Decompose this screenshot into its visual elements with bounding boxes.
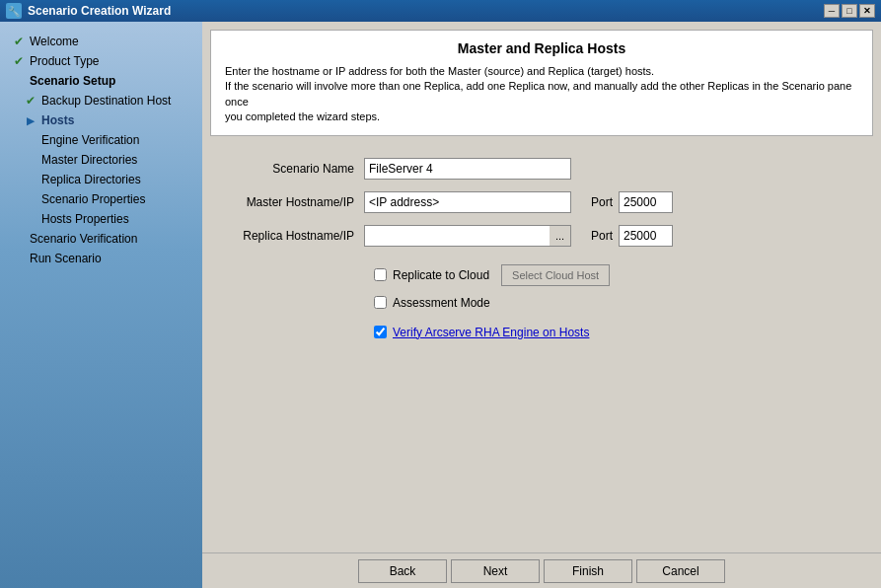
icon-hosts-properties [24, 212, 37, 226]
header-desc-line3: you completed the wizard steps. [225, 110, 380, 122]
app-icon: 🔧 [6, 3, 22, 19]
icon-engine-verification [24, 133, 37, 147]
assessment-mode-label: Assessment Mode [393, 296, 490, 310]
main-window: ✔ Welcome ✔ Product Type Scenario Setup … [0, 22, 881, 588]
restore-button[interactable]: □ [842, 4, 857, 18]
check-icon-product-type: ✔ [12, 54, 26, 68]
sidebar-label-master-directories: Master Directories [41, 153, 137, 167]
sidebar-item-hosts-properties[interactable]: Hosts Properties [0, 209, 202, 229]
header-panel: Master and Replica Hosts Enter the hostn… [210, 30, 873, 136]
replica-input-group: ... [364, 225, 571, 247]
replica-port-label: Port [591, 229, 613, 243]
browse-button[interactable]: ... [550, 225, 571, 247]
sidebar-label-backup-destination: Backup Destination Host [41, 94, 171, 108]
sidebar-label-welcome: Welcome [30, 35, 79, 48]
arrow-icon-hosts: ▶ [24, 113, 37, 127]
replicate-cloud-row: Replicate to Cloud Select Cloud Host [374, 264, 857, 286]
check-icon-backup-destination: ✔ [24, 94, 37, 108]
master-hostname-input[interactable] [364, 191, 571, 213]
bottom-bar: Back Next Finish Cancel [202, 552, 881, 588]
replicate-cloud-label: Replicate to Cloud [393, 268, 489, 282]
replica-port-input[interactable] [619, 225, 673, 247]
sidebar-item-scenario-verification[interactable]: Scenario Verification [0, 229, 202, 249]
finish-button[interactable]: Finish [544, 559, 632, 583]
icon-scenario-properties [24, 192, 37, 206]
cancel-button[interactable]: Cancel [636, 559, 725, 583]
sidebar-label-engine-verification: Engine Verification [41, 133, 139, 147]
scenario-name-label: Scenario Name [226, 162, 364, 176]
sidebar-item-hosts[interactable]: ▶ Hosts [0, 110, 202, 130]
sidebar-label-product-type: Product Type [30, 54, 100, 68]
sidebar-label-replica-directories: Replica Directories [41, 173, 141, 186]
verify-row: Verify Arcserve RHA Engine on Hosts [374, 326, 857, 339]
replicate-cloud-checkbox[interactable] [374, 268, 387, 281]
sidebar-label-scenario-verification: Scenario Verification [30, 232, 137, 246]
sidebar-item-backup-destination[interactable]: ✔ Backup Destination Host [0, 91, 202, 110]
window-title: Scenario Creation Wizard [28, 4, 824, 18]
minimize-button[interactable]: ─ [824, 4, 840, 18]
select-cloud-host-button[interactable]: Select Cloud Host [501, 264, 610, 286]
sidebar: ✔ Welcome ✔ Product Type Scenario Setup … [0, 22, 202, 588]
sidebar-label-hosts: Hosts [41, 113, 74, 127]
assessment-mode-row: Assessment Mode [374, 296, 857, 310]
master-port-label: Port [591, 195, 613, 209]
verify-engine-checkbox[interactable] [374, 326, 387, 338]
form-panel: Scenario Name Master Hostname/IP Port Re… [210, 142, 873, 547]
page-title: Master and Replica Hosts [225, 40, 858, 56]
sidebar-item-master-directories[interactable]: Master Directories [0, 150, 202, 170]
header-desc-line2: If the scenario will involve more than o… [225, 80, 851, 107]
header-description: Enter the hostname or IP address for bot… [225, 64, 858, 125]
sidebar-label-run-scenario: Run Scenario [30, 252, 102, 265]
icon-scenario-verification [12, 232, 26, 246]
master-hostname-row: Master Hostname/IP Port [226, 191, 857, 213]
window-controls: ─ □ ✕ [824, 4, 875, 18]
sidebar-label-hosts-properties: Hosts Properties [41, 212, 129, 226]
next-button[interactable]: Next [451, 559, 540, 583]
sidebar-item-scenario-setup[interactable]: Scenario Setup [0, 71, 202, 91]
sidebar-item-run-scenario[interactable]: Run Scenario [0, 249, 202, 268]
icon-scenario-setup [12, 74, 26, 88]
title-bar: 🔧 Scenario Creation Wizard ─ □ ✕ [0, 0, 881, 22]
replica-hostname-row: Replica Hostname/IP ... Port [226, 225, 857, 247]
close-button[interactable]: ✕ [859, 4, 875, 18]
assessment-mode-checkbox[interactable] [374, 296, 387, 309]
master-port-input[interactable] [619, 191, 673, 213]
sidebar-item-welcome[interactable]: ✔ Welcome [0, 32, 202, 51]
sidebar-item-scenario-properties[interactable]: Scenario Properties [0, 189, 202, 209]
replica-hostname-label: Replica Hostname/IP [226, 229, 364, 243]
sidebar-item-replica-directories[interactable]: Replica Directories [0, 170, 202, 189]
scenario-name-input[interactable] [364, 158, 571, 180]
header-desc-line1: Enter the hostname or IP address for bot… [225, 65, 654, 77]
check-icon-welcome: ✔ [12, 35, 26, 48]
sidebar-item-product-type[interactable]: ✔ Product Type [0, 51, 202, 71]
icon-master-directories [24, 153, 37, 167]
sidebar-label-scenario-properties: Scenario Properties [41, 192, 145, 206]
replica-hostname-input[interactable] [364, 225, 550, 247]
verify-engine-label[interactable]: Verify Arcserve RHA Engine on Hosts [393, 326, 589, 339]
scenario-name-row: Scenario Name [226, 158, 857, 180]
sidebar-item-engine-verification[interactable]: Engine Verification [0, 130, 202, 150]
master-hostname-label: Master Hostname/IP [226, 195, 364, 209]
sidebar-label-scenario-setup: Scenario Setup [30, 74, 115, 88]
icon-run-scenario [12, 252, 26, 265]
icon-replica-directories [24, 173, 37, 186]
back-button[interactable]: Back [358, 559, 447, 583]
content-area: Master and Replica Hosts Enter the hostn… [202, 22, 881, 588]
